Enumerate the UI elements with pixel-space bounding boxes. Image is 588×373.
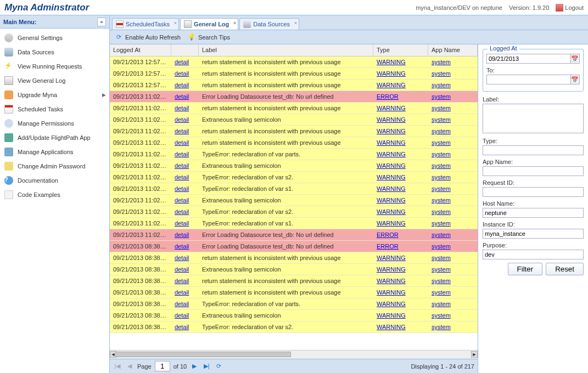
cell-detail-link[interactable]: detail bbox=[175, 70, 189, 77]
to-date-picker-icon[interactable]: 📅 bbox=[571, 75, 580, 84]
sidebar-item-scheduled-tasks[interactable]: Scheduled Tasks bbox=[0, 102, 109, 116]
table-row[interactable]: 09/21/2013 08:38:32detailreturn statemen… bbox=[110, 275, 478, 287]
close-icon[interactable]: × bbox=[233, 20, 236, 26]
from-date-picker-icon[interactable]: 📅 bbox=[571, 54, 580, 64]
table-row[interactable]: 09/21/2013 08:38:32detailExtraneous trai… bbox=[110, 264, 478, 275]
close-icon[interactable]: × bbox=[174, 20, 177, 26]
cell-type-link[interactable]: WARNING bbox=[377, 197, 406, 204]
cell-app-name-link[interactable]: system bbox=[432, 301, 451, 307]
reset-button[interactable]: Reset bbox=[546, 263, 584, 275]
cell-detail-link[interactable]: detail bbox=[175, 243, 189, 250]
cell-detail-link[interactable]: detail bbox=[175, 255, 189, 261]
cell-detail-link[interactable]: detail bbox=[175, 324, 189, 330]
sidebar-item-change-admin-password[interactable]: Change Admin Password bbox=[0, 159, 109, 173]
cell-type-link[interactable]: WARNING bbox=[377, 151, 406, 157]
cell-app-name-link[interactable]: system bbox=[432, 70, 451, 77]
cell-detail-link[interactable]: detail bbox=[175, 116, 189, 123]
cell-detail-link[interactable]: detail bbox=[175, 162, 189, 169]
table-row[interactable]: 09/21/2013 11:02:49detailError Loading D… bbox=[110, 229, 478, 241]
cell-type-link[interactable]: WARNING bbox=[377, 301, 406, 307]
enable-auto-refresh-button[interactable]: ⟳ Enable Auto Refresh bbox=[114, 33, 181, 42]
col-app-name[interactable]: App Name bbox=[428, 44, 478, 56]
cell-detail-link[interactable]: detail bbox=[175, 197, 189, 204]
cell-app-name-link[interactable]: system bbox=[432, 139, 451, 146]
table-row[interactable]: 09/21/2013 12:57:33detailreturn statemen… bbox=[110, 80, 478, 91]
cell-app-name-link[interactable]: system bbox=[432, 324, 451, 330]
table-row[interactable]: 09/21/2013 08:38:32detailTypeError: rede… bbox=[110, 298, 478, 310]
next-page-button[interactable]: ▶ bbox=[190, 362, 199, 371]
cell-type-link[interactable]: ERROR bbox=[377, 231, 399, 238]
cell-detail-link[interactable]: detail bbox=[175, 278, 189, 284]
page-input[interactable] bbox=[155, 361, 170, 371]
cell-type-link[interactable]: WARNING bbox=[377, 185, 406, 192]
cell-type-link[interactable]: WARNING bbox=[377, 105, 406, 111]
cell-app-name-link[interactable]: system bbox=[432, 220, 451, 227]
refresh-page-button[interactable]: ⟳ bbox=[214, 362, 223, 371]
tab-data-sources[interactable]: Data Sources× bbox=[239, 18, 299, 30]
horizontal-scrollbar[interactable]: ◄ ► bbox=[110, 350, 478, 359]
cell-app-name-link[interactable]: system bbox=[432, 93, 451, 100]
cell-type-link[interactable]: WARNING bbox=[377, 278, 406, 284]
cell-app-name-link[interactable]: system bbox=[432, 162, 451, 169]
cell-type-link[interactable]: WARNING bbox=[377, 220, 406, 227]
cell-app-name-link[interactable]: system bbox=[432, 128, 451, 134]
cell-type-link[interactable]: WARNING bbox=[377, 116, 406, 123]
cell-detail-link[interactable]: detail bbox=[175, 151, 189, 157]
scroll-thumb[interactable] bbox=[115, 352, 291, 357]
table-row[interactable]: 09/21/2013 11:02:50detailTypeError: rede… bbox=[110, 183, 478, 195]
sidebar-item-general-settings[interactable]: General Settings bbox=[0, 31, 109, 45]
type-input[interactable] bbox=[483, 145, 584, 155]
cell-app-name-link[interactable]: system bbox=[432, 59, 451, 65]
cell-type-link[interactable]: WARNING bbox=[377, 70, 406, 77]
table-row[interactable]: 09/21/2013 11:02:50detailExtraneous trai… bbox=[110, 160, 478, 172]
table-row[interactable]: 09/21/2013 11:02:50detailExtraneous trai… bbox=[110, 114, 478, 126]
table-row[interactable]: 09/21/2013 11:02:50detailTypeError: rede… bbox=[110, 206, 478, 218]
table-row[interactable]: 09/21/2013 08:38:32detailTypeError: rede… bbox=[110, 321, 478, 333]
col-detail[interactable] bbox=[171, 44, 199, 56]
cell-type-link[interactable]: WARNING bbox=[377, 266, 406, 273]
cell-type-link[interactable]: WARNING bbox=[377, 289, 406, 296]
cell-type-link[interactable]: WARNING bbox=[377, 208, 406, 215]
table-row[interactable]: 09/21/2013 11:02:50detailTypeError: rede… bbox=[110, 149, 478, 160]
cell-detail-link[interactable]: detail bbox=[175, 59, 189, 65]
sidebar-item-documentation[interactable]: Documentation bbox=[0, 173, 109, 188]
table-row[interactable]: 09/21/2013 11:02:55detailError Loading D… bbox=[110, 91, 478, 103]
cell-app-name-link[interactable]: system bbox=[432, 255, 451, 261]
table-row[interactable]: 09/21/2013 08:38:32detailExtraneous trai… bbox=[110, 310, 478, 321]
table-row[interactable]: 09/21/2013 11:02:50detailreturn statemen… bbox=[110, 137, 478, 149]
sidebar-item-code-examples[interactable]: Code Examples bbox=[0, 188, 109, 202]
sidebar-item-manage-applications[interactable]: Manage Applications bbox=[0, 145, 109, 159]
request-id-input[interactable] bbox=[483, 187, 584, 197]
cell-detail-link[interactable]: detail bbox=[175, 301, 189, 307]
tab-general-log[interactable]: General Log× bbox=[180, 18, 238, 30]
instance-id-input[interactable] bbox=[483, 229, 584, 239]
filter-button[interactable]: Filter bbox=[508, 263, 543, 275]
cell-app-name-link[interactable]: system bbox=[432, 208, 451, 215]
cell-app-name-link[interactable]: system bbox=[432, 174, 451, 180]
cell-app-name-link[interactable]: system bbox=[432, 266, 451, 273]
scroll-right-button[interactable]: ► bbox=[471, 351, 478, 358]
cell-app-name-link[interactable]: system bbox=[432, 289, 451, 296]
cell-detail-link[interactable]: detail bbox=[175, 208, 189, 215]
cell-detail-link[interactable]: detail bbox=[175, 185, 189, 192]
cell-detail-link[interactable]: detail bbox=[175, 105, 189, 111]
purpose-input[interactable] bbox=[483, 250, 584, 259]
table-row[interactable]: 09/21/2013 08:38:33detailreturn statemen… bbox=[110, 252, 478, 264]
logged-at-to-input[interactable] bbox=[486, 75, 571, 84]
table-row[interactable]: 09/21/2013 12:57:33detailreturn statemen… bbox=[110, 56, 478, 68]
cell-app-name-link[interactable]: system bbox=[432, 312, 451, 319]
cell-type-link[interactable]: WARNING bbox=[377, 59, 406, 65]
cell-app-name-link[interactable]: system bbox=[432, 116, 451, 123]
logout-link[interactable]: Logout bbox=[556, 4, 584, 12]
host-name-input[interactable] bbox=[483, 208, 584, 218]
first-page-button[interactable]: |◀ bbox=[113, 362, 122, 371]
cell-detail-link[interactable]: detail bbox=[175, 231, 189, 238]
sidebar-item-manage-permissions[interactable]: Manage Permissions bbox=[0, 116, 109, 131]
table-row[interactable]: 09/21/2013 11:02:50detailExtraneous trai… bbox=[110, 195, 478, 206]
cell-type-link[interactable]: WARNING bbox=[377, 174, 406, 180]
app-name-input[interactable] bbox=[483, 166, 584, 176]
cell-app-name-link[interactable]: system bbox=[432, 243, 451, 250]
cell-type-link[interactable]: WARNING bbox=[377, 255, 406, 261]
prev-page-button[interactable]: ◀ bbox=[125, 362, 134, 371]
cell-detail-link[interactable]: detail bbox=[175, 139, 189, 146]
